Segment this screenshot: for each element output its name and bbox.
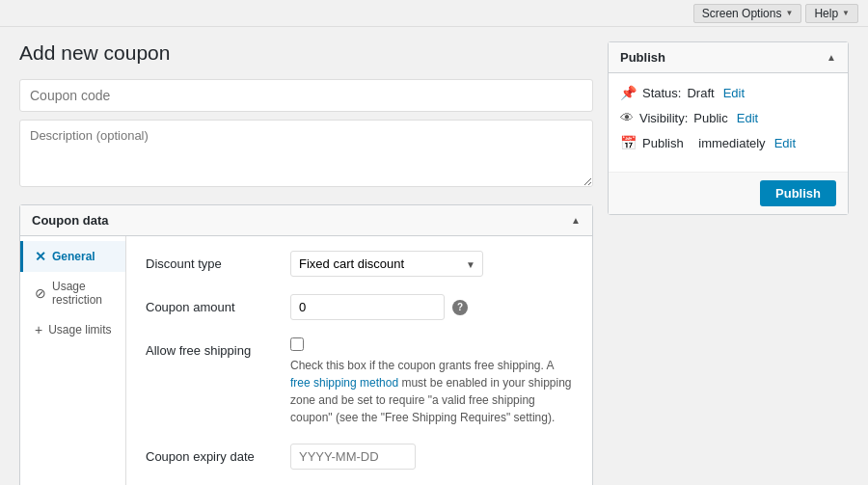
general-tab-icon: ✕: [35, 249, 46, 264]
coupon-data-panel-title: Coupon data: [32, 213, 108, 228]
status-edit-link[interactable]: Edit: [723, 86, 745, 100]
free-shipping-link[interactable]: free shipping method: [290, 376, 401, 390]
visibility-label: Visibility:: [639, 111, 688, 125]
general-tab-content: Discount type Percentage discount Fixed …: [126, 236, 592, 485]
calendar-icon: 📅: [620, 135, 637, 150]
screen-options-button[interactable]: Screen Options ▼: [693, 4, 802, 23]
publish-body: 📌 Status: Draft Edit 👁 Visibility: Publi…: [609, 73, 848, 172]
publish-collapse-icon: ▲: [827, 52, 836, 63]
tab-general[interactable]: ✕ General: [20, 241, 125, 272]
usage-limits-tab-label: Usage limits: [48, 323, 111, 337]
visibility-edit-text: Edit: [737, 111, 758, 125]
help-button[interactable]: Help ▼: [805, 4, 858, 23]
coupon-code-input[interactable]: [19, 79, 593, 112]
main-column: Add new coupon Coupon data ▲ ✕ General ⊘…: [19, 41, 593, 485]
help-label: Help: [814, 7, 838, 20]
tab-usage-restriction[interactable]: ⊘ Usage restriction: [20, 272, 125, 314]
general-tab-label: General: [52, 250, 95, 263]
tab-usage-limits[interactable]: + Usage limits: [20, 314, 125, 345]
visibility-edit-link[interactable]: Edit: [737, 111, 758, 125]
discount-type-control: Percentage discount Fixed cart discount …: [290, 251, 573, 277]
coupon-expiry-input[interactable]: [290, 444, 416, 470]
coupon-data-panel: Coupon data ▲ ✕ General ⊘ Usage restrict…: [19, 204, 593, 485]
status-edit-text: Edit: [723, 86, 745, 100]
description-textarea[interactable]: [19, 120, 593, 187]
free-shipping-checkbox-wrapper: [290, 337, 573, 351]
page-content: Add new coupon Coupon data ▲ ✕ General ⊘…: [0, 27, 868, 485]
publish-time-label: Publish: [642, 136, 684, 150]
top-bar: Screen Options ▼ Help ▼: [0, 0, 868, 27]
help-icon[interactable]: ?: [452, 300, 468, 315]
coupon-amount-label: Coupon amount: [146, 294, 290, 314]
publish-status-row: 📌 Status: Draft Edit: [620, 85, 836, 100]
free-shipping-control: Check this box if the coupon grants free…: [290, 337, 573, 426]
usage-limits-tab-icon: +: [35, 322, 42, 337]
publish-box: Publish ▲ 📌 Status: Draft Edit 👁 Visibil…: [608, 41, 849, 215]
discount-type-row: Discount type Percentage discount Fixed …: [146, 251, 573, 277]
coupon-amount-input[interactable]: [290, 294, 445, 320]
usage-restriction-tab-icon: ⊘: [35, 285, 46, 301]
coupon-amount-control: ?: [290, 294, 573, 320]
coupon-expiry-control: [290, 444, 573, 470]
page-title: Add new coupon: [19, 41, 593, 65]
publish-time-value: immediately: [698, 136, 765, 150]
visibility-value: Public: [693, 111, 727, 125]
screen-options-label: Screen Options: [702, 7, 782, 20]
coupon-expiry-label: Coupon expiry date: [146, 444, 290, 464]
free-shipping-label: Allow free shipping: [146, 337, 290, 358]
free-shipping-desc-text1: Check this box if the coupon grants free…: [290, 359, 554, 372]
discount-type-label: Discount type: [146, 251, 290, 271]
panel-body: ✕ General ⊘ Usage restriction + Usage li…: [20, 236, 592, 485]
status-label: Status:: [642, 86, 681, 100]
visibility-eye-icon: 👁: [620, 110, 634, 125]
free-shipping-checkbox[interactable]: [290, 337, 304, 351]
amount-row: ?: [290, 294, 573, 320]
free-shipping-description: Check this box if the coupon grants free…: [290, 357, 573, 426]
coupon-data-panel-header[interactable]: Coupon data ▲: [20, 205, 592, 236]
discount-type-select-wrapper: Percentage discount Fixed cart discount …: [290, 251, 483, 277]
discount-type-select[interactable]: Percentage discount Fixed cart discount …: [290, 251, 483, 277]
publish-time-edit-text: Edit: [774, 136, 796, 150]
publish-button[interactable]: Publish: [760, 180, 836, 206]
panel-collapse-icon: ▲: [571, 215, 581, 226]
publish-box-title: Publish: [620, 50, 665, 65]
publish-time-row: 📅 Publish immediately Edit: [620, 135, 836, 150]
publish-time-edit-link[interactable]: Edit: [774, 136, 796, 150]
tabs-sidebar: ✕ General ⊘ Usage restriction + Usage li…: [20, 236, 126, 485]
coupon-amount-row: Coupon amount ?: [146, 294, 573, 320]
usage-restriction-tab-label: Usage restriction: [52, 280, 114, 307]
screen-options-arrow-icon: ▼: [785, 9, 793, 17]
sidebar-column: Publish ▲ 📌 Status: Draft Edit 👁 Visibil…: [608, 41, 849, 485]
publish-button-label: Publish: [775, 186, 821, 201]
status-value: Draft: [687, 86, 714, 100]
free-shipping-row: Allow free shipping Check this box if th…: [146, 337, 573, 426]
publish-visibility-row: 👁 Visibility: Public Edit: [620, 110, 836, 125]
status-pin-icon: 📌: [620, 85, 637, 100]
publish-header[interactable]: Publish ▲: [609, 42, 848, 73]
free-shipping-link-text: free shipping method: [290, 376, 398, 390]
coupon-expiry-row: Coupon expiry date: [146, 444, 573, 470]
help-arrow-icon: ▼: [842, 9, 850, 17]
publish-footer: Publish: [609, 172, 848, 214]
